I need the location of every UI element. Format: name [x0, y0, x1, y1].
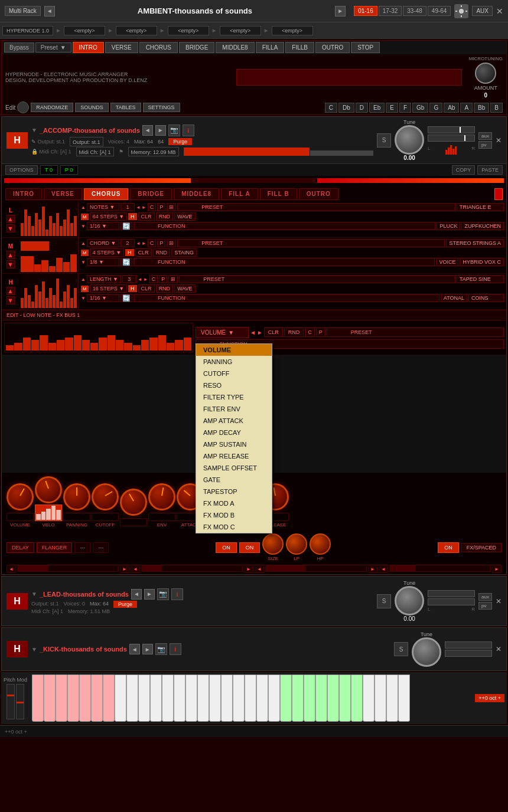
- dropdown-item-gate[interactable]: GATE: [196, 474, 272, 486]
- white-key-g2[interactable]: [162, 675, 174, 722]
- on-btn-2[interactable]: ON: [239, 542, 260, 553]
- seq-tab-chorus[interactable]: CHORUS: [84, 188, 128, 200]
- rnd-btn-h[interactable]: RND: [156, 284, 174, 293]
- scroll-left-4-icon[interactable]: ◄: [379, 565, 388, 573]
- tab-stop[interactable]: STOP: [351, 42, 380, 53]
- lead-s-button[interactable]: S: [377, 594, 391, 608]
- tune-knob[interactable]: [395, 125, 424, 155]
- flanger-btn[interactable]: FLANGER: [37, 542, 73, 553]
- cutoff-knob[interactable]: [92, 483, 119, 510]
- lead-tune-knob[interactable]: [395, 586, 424, 615]
- bottom-oct-label[interactable]: ++0 oct +: [5, 729, 27, 735]
- lp-knob[interactable]: [286, 533, 307, 555]
- kick-balance-slider[interactable]: [445, 650, 492, 657]
- sound3-m[interactable]: HYBRID VOX C: [460, 258, 504, 266]
- scroll-right-4-icon[interactable]: ►: [492, 565, 502, 573]
- white-key-e2[interactable]: [138, 675, 150, 722]
- white-key-c2[interactable]: [115, 675, 126, 722]
- h-btn-h[interactable]: H: [128, 285, 137, 292]
- lead-panel-close-icon[interactable]: ✕: [496, 597, 502, 605]
- pitch-slider-1[interactable]: [6, 684, 15, 719]
- vol-p-btn[interactable]: P: [316, 328, 325, 337]
- t-display[interactable]: T 0: [40, 165, 58, 175]
- channel-empty-3[interactable]: <empty>: [168, 26, 209, 35]
- m-btn-h[interactable]: M: [81, 286, 89, 292]
- white-key-c3[interactable]: [197, 675, 209, 722]
- steps-dropdown-l[interactable]: 64 STEPS ▼: [90, 212, 127, 221]
- rnd-btn-m[interactable]: RND: [153, 248, 171, 257]
- white-key-a2[interactable]: [174, 675, 185, 722]
- dropdown-item-amp-release[interactable]: AMP RELEASE: [196, 450, 272, 462]
- lead-aux-btn[interactable]: aux: [478, 593, 492, 601]
- p-btn-l[interactable]: P: [157, 203, 165, 211]
- white-key-b4[interactable]: [351, 675, 363, 722]
- balance-slider[interactable]: [428, 135, 475, 142]
- env-knob[interactable]: [148, 483, 175, 510]
- s-button[interactable]: S: [377, 133, 391, 148]
- sync-btn-h[interactable]: 🔄: [121, 294, 132, 302]
- dropdown-item-fxmodb[interactable]: FX MOD B: [196, 509, 272, 521]
- sound1-l[interactable]: TRIANGLE E: [457, 203, 504, 211]
- white-key-a1[interactable]: [91, 675, 103, 722]
- num-m[interactable]: 2: [121, 239, 135, 247]
- scroll-left-3-icon[interactable]: ◄: [255, 565, 264, 573]
- tab-middle8[interactable]: MIDDLE8: [216, 42, 254, 53]
- copy-btn-m[interactable]: ⊞: [167, 239, 176, 247]
- m-btn-l[interactable]: M: [81, 214, 89, 220]
- copy-btn-l[interactable]: ⊞: [167, 203, 176, 211]
- p-btn-m[interactable]: P: [157, 239, 165, 247]
- channel-hypernode[interactable]: HYPERNODE 1.0: [2, 26, 53, 35]
- row-m-up[interactable]: ▲: [6, 251, 15, 259]
- white-key-d2[interactable]: [126, 675, 138, 722]
- dropdown-item-amp-decay[interactable]: AMP DECAY: [196, 427, 272, 438]
- dropdown-item-volume[interactable]: VOLUME: [196, 344, 272, 356]
- lead-nav-next[interactable]: ►: [144, 589, 155, 600]
- white-key-f5[interactable]: [398, 675, 410, 722]
- channel-empty-2[interactable]: <empty>: [116, 26, 157, 35]
- lead-camera-icon[interactable]: 📷: [157, 588, 169, 600]
- settings-button[interactable]: SETTINGS: [143, 103, 180, 112]
- tab-bridge[interactable]: BRIDGE: [179, 42, 214, 53]
- randomize-button[interactable]: RANDOMIZE: [31, 103, 73, 112]
- preset-btn-m[interactable]: PRESET: [177, 239, 445, 247]
- div-dropdown-l[interactable]: 1/16 ▼: [87, 222, 119, 230]
- scroll-right-icon[interactable]: ►: [120, 565, 129, 573]
- channel-33-48[interactable]: 33-48: [403, 6, 426, 16]
- sound3-h[interactable]: COINS: [468, 294, 504, 302]
- seq-tab-outro[interactable]: OUTRO: [299, 188, 338, 200]
- white-key-c1[interactable]: [32, 675, 44, 722]
- white-key-f1[interactable]: [67, 675, 79, 722]
- dropdown-item-tapestop[interactable]: TAPESTOP: [196, 486, 272, 497]
- row-h-up[interactable]: ▲: [6, 287, 15, 295]
- tab-outro[interactable]: OUTRO: [315, 42, 350, 53]
- type-dropdown-h[interactable]: LENGTH ▼: [87, 275, 121, 283]
- scroll-right-3-icon[interactable]: ►: [368, 565, 377, 573]
- kick-level-slider[interactable]: [445, 641, 492, 649]
- sound1-h[interactable]: TAPED SINE: [457, 275, 504, 283]
- dropdown-item-cutoff[interactable]: CUTOFF: [196, 368, 272, 379]
- white-key-g4[interactable]: [327, 675, 339, 722]
- paste-button[interactable]: PASTE: [477, 165, 503, 175]
- size-knob[interactable]: [262, 533, 284, 555]
- level-slider[interactable]: [428, 126, 475, 133]
- settings-icon[interactable]: [454, 4, 468, 18]
- panel-close-icon[interactable]: ✕: [496, 136, 502, 145]
- kick-panel-close-icon[interactable]: ✕: [496, 645, 502, 653]
- steps-dropdown-h[interactable]: 16 STEPS ▼: [90, 284, 127, 293]
- key-g[interactable]: G: [429, 103, 442, 113]
- white-key-e4[interactable]: [304, 675, 315, 722]
- hp-knob[interactable]: [310, 533, 331, 555]
- lead-purge-button[interactable]: Purge: [113, 601, 137, 608]
- scroll-bar-r4[interactable]: [389, 565, 491, 572]
- accomp-nav-prev[interactable]: ◄: [142, 125, 153, 136]
- p-btn-h[interactable]: P: [159, 275, 167, 283]
- info-icon[interactable]: i: [183, 125, 194, 136]
- white-key-e1[interactable]: [56, 675, 67, 722]
- options-button[interactable]: OPTIONS: [5, 165, 38, 175]
- copy-btn-h[interactable]: ⊞: [168, 275, 178, 283]
- pitch-slider-2[interactable]: [16, 684, 24, 719]
- scroll-bar-r1[interactable]: [17, 565, 119, 572]
- vol-rnd-btn[interactable]: RND: [284, 328, 304, 337]
- function-btn-l[interactable]: FUNCTION: [133, 222, 436, 230]
- arrow-prev-l[interactable]: ◄: [136, 205, 141, 210]
